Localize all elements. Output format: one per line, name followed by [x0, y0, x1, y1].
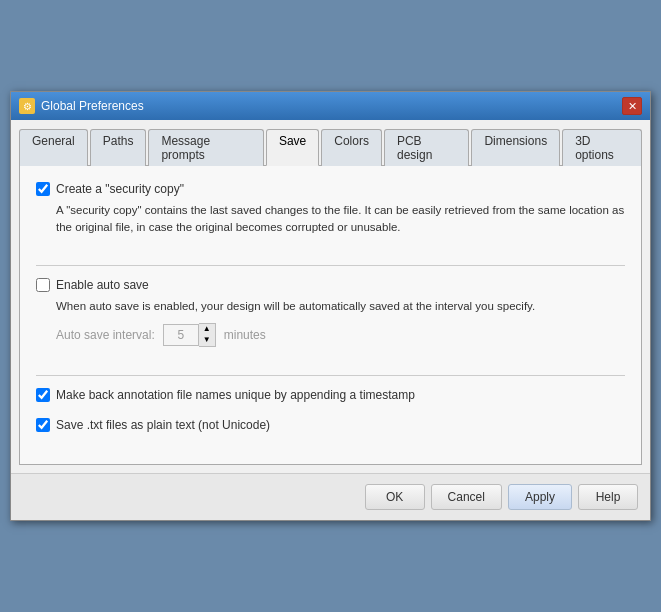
tab-paths[interactable]: Paths — [90, 129, 147, 166]
title-bar: ⚙ Global Preferences ✕ — [11, 92, 650, 120]
autosave-checkbox-label[interactable]: Enable auto save — [36, 278, 625, 292]
ok-button[interactable]: OK — [365, 484, 425, 510]
tab-dimensions[interactable]: Dimensions — [471, 129, 560, 166]
apply-button[interactable]: Apply — [508, 484, 572, 510]
txt-files-checkbox-label[interactable]: Save .txt files as plain text (not Unico… — [36, 418, 625, 432]
spinner-down-button[interactable]: ▼ — [199, 335, 215, 346]
security-copy-checkbox-label[interactable]: Create a "security copy" — [36, 182, 625, 196]
txt-files-checkbox[interactable] — [36, 418, 50, 432]
security-copy-section: Create a "security copy" A "security cop… — [36, 182, 625, 237]
autosave-spinner: 5 ▲ ▼ — [163, 323, 216, 347]
tab-3d-options[interactable]: 3D options — [562, 129, 642, 166]
window-title: Global Preferences — [41, 99, 144, 113]
autosave-description: When auto save is enabled, your design w… — [56, 298, 625, 315]
timestamp-checkbox-label[interactable]: Make back annotation file names unique b… — [36, 388, 625, 402]
tab-message-prompts[interactable]: Message prompts — [148, 129, 264, 166]
title-buttons: ✕ — [622, 97, 642, 115]
txt-files-section: Save .txt files as plain text (not Unico… — [36, 418, 625, 432]
autosave-checkbox[interactable] — [36, 278, 50, 292]
tab-save[interactable]: Save — [266, 129, 319, 166]
timestamp-label: Make back annotation file names unique b… — [56, 388, 415, 402]
autosave-interval-input[interactable]: 5 — [163, 324, 199, 346]
preferences-window: ⚙ Global Preferences ✕ General Paths Mes… — [10, 91, 651, 521]
tab-bar: General Paths Message prompts Save Color… — [19, 128, 642, 166]
txt-files-label: Save .txt files as plain text (not Unico… — [56, 418, 270, 432]
security-copy-label: Create a "security copy" — [56, 182, 184, 196]
spinner-up-button[interactable]: ▲ — [199, 324, 215, 335]
footer: OK Cancel Apply Help — [11, 473, 650, 520]
timestamp-checkbox[interactable] — [36, 388, 50, 402]
app-icon: ⚙ — [19, 98, 35, 114]
cancel-button[interactable]: Cancel — [431, 484, 502, 510]
minutes-label: minutes — [224, 328, 266, 342]
timestamp-section: Make back annotation file names unique b… — [36, 388, 625, 402]
spinner-buttons: ▲ ▼ — [199, 323, 216, 347]
content-area: General Paths Message prompts Save Color… — [11, 120, 650, 473]
autosave-section: Enable auto save When auto save is enabl… — [36, 278, 625, 347]
security-copy-description: A "security copy" contains the last save… — [56, 202, 625, 237]
divider-1 — [36, 265, 625, 266]
divider-2 — [36, 375, 625, 376]
tab-content-save: Create a "security copy" A "security cop… — [19, 166, 642, 465]
tab-colors[interactable]: Colors — [321, 129, 382, 166]
tab-pcb-design[interactable]: PCB design — [384, 129, 469, 166]
autosave-interval-row: Auto save interval: 5 ▲ ▼ minutes — [56, 323, 625, 347]
tab-general[interactable]: General — [19, 129, 88, 166]
close-button[interactable]: ✕ — [622, 97, 642, 115]
security-copy-checkbox[interactable] — [36, 182, 50, 196]
autosave-label: Enable auto save — [56, 278, 149, 292]
help-button[interactable]: Help — [578, 484, 638, 510]
autosave-interval-label: Auto save interval: — [56, 328, 155, 342]
